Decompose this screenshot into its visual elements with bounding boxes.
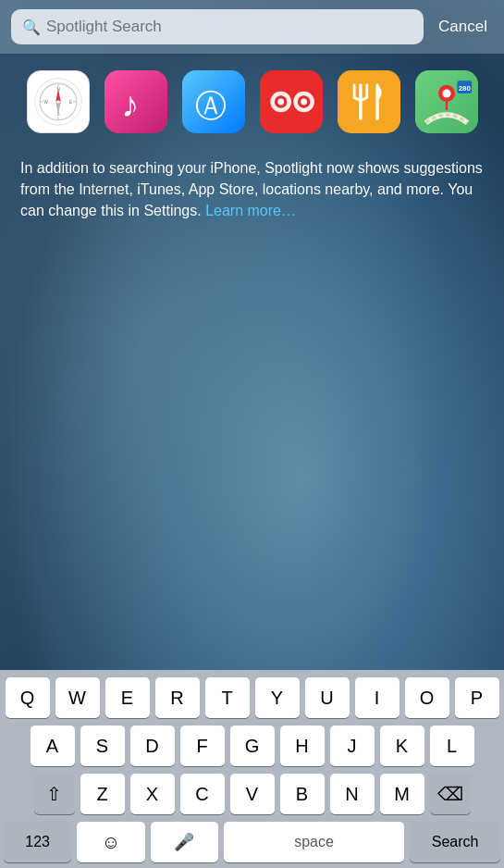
svg-point-22	[277, 99, 284, 105]
app-icon-video[interactable]	[260, 70, 323, 133]
info-text-area: In addition to searching your iPhone, Sp…	[0, 146, 504, 241]
key-z[interactable]: Z	[80, 774, 125, 814]
key-j[interactable]: J	[330, 725, 375, 766]
key-v[interactable]: V	[230, 774, 275, 814]
key-q[interactable]: Q	[6, 677, 50, 718]
shift-key[interactable]: ⇧	[34, 774, 75, 814]
app-icon-maps[interactable]: 280	[415, 70, 478, 133]
key-f[interactable]: F	[180, 725, 225, 766]
key-a[interactable]: A	[31, 725, 75, 766]
svg-rect-24	[338, 70, 400, 133]
app-icon-music[interactable]: ♪	[104, 70, 167, 133]
key-t[interactable]: T	[205, 677, 250, 718]
key-x[interactable]: X	[130, 774, 175, 814]
key-k[interactable]: K	[380, 725, 424, 766]
keyboard-row-3: ⇧ Z X C V B N M ⌫	[4, 774, 500, 814]
num-key[interactable]: 123	[4, 822, 71, 862]
keyboard-row-1: Q W E R T Y U I O P	[4, 677, 500, 718]
svg-text:Ⓐ: Ⓐ	[194, 88, 226, 123]
app-icon-food[interactable]	[338, 70, 400, 133]
key-d[interactable]: D	[130, 725, 175, 766]
keyboard-row-4: 123 ☺ 🎤 space Search	[4, 822, 500, 862]
key-r[interactable]: R	[155, 677, 200, 718]
svg-point-31	[442, 89, 450, 97]
search-icon: 🔍	[22, 19, 41, 36]
key-e[interactable]: E	[105, 677, 150, 718]
svg-text:E: E	[68, 100, 71, 105]
app-icon-appstore[interactable]: Ⓐ	[182, 70, 245, 133]
search-key[interactable]: Search	[410, 822, 500, 862]
app-icons-area: N S E W ♪	[0, 54, 504, 146]
svg-point-23	[301, 99, 307, 105]
svg-text:♪: ♪	[121, 84, 139, 124]
key-u[interactable]: U	[305, 677, 350, 718]
backspace-key[interactable]: ⌫	[430, 774, 471, 814]
key-l[interactable]: L	[430, 725, 474, 766]
keyboard-area: Q W E R T Y U I O P A S D F G H J K L ⇧ …	[0, 670, 504, 868]
svg-text:280: 280	[458, 84, 471, 93]
keyboard-row-2: A S D F G H J K L	[4, 725, 500, 766]
key-p[interactable]: P	[455, 677, 499, 718]
svg-text:W: W	[43, 100, 48, 105]
search-input-wrapper: 🔍	[11, 9, 424, 44]
search-bar-area: 🔍 Cancel	[0, 0, 504, 54]
key-w[interactable]: W	[55, 677, 100, 718]
key-b[interactable]: B	[280, 774, 325, 814]
learn-more-link[interactable]: Learn more…	[205, 203, 296, 218]
app-icon-safari[interactable]: N S E W	[27, 70, 90, 133]
key-n[interactable]: N	[330, 774, 375, 814]
key-i[interactable]: I	[355, 677, 400, 718]
key-m[interactable]: M	[380, 774, 424, 814]
search-input[interactable]	[46, 18, 412, 36]
key-h[interactable]: H	[280, 725, 325, 766]
emoji-key[interactable]: ☺	[77, 822, 144, 862]
key-g[interactable]: G	[230, 725, 275, 766]
mic-key[interactable]: 🎤	[151, 822, 218, 862]
key-s[interactable]: S	[80, 725, 125, 766]
key-o[interactable]: O	[405, 677, 449, 718]
key-y[interactable]: Y	[255, 677, 300, 718]
space-key[interactable]: space	[224, 822, 404, 862]
key-c[interactable]: C	[180, 774, 225, 814]
cancel-button[interactable]: Cancel	[433, 14, 493, 40]
